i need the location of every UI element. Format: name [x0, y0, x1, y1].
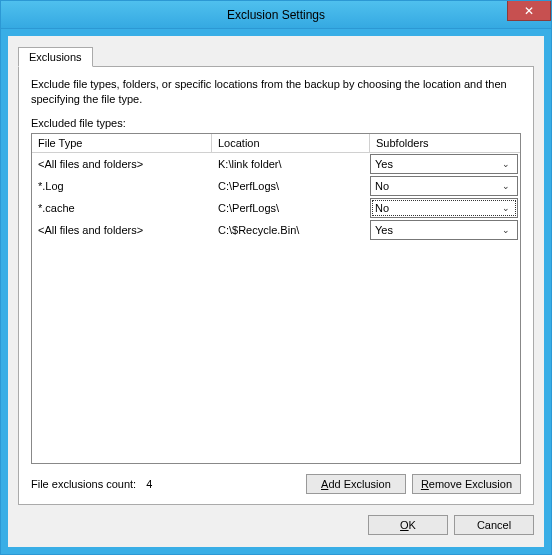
column-header-filetype[interactable]: File Type [32, 134, 212, 153]
titlebar: Exclusion Settings ✕ [1, 1, 551, 29]
cell-location[interactable]: C:\PerfLogs\ [212, 175, 370, 197]
chevron-down-icon: ⌄ [499, 203, 513, 213]
subfolders-select[interactable]: Yes⌄ [370, 220, 518, 240]
panel-footer: File exclusions count: 4 Add Exclusion R… [31, 474, 521, 494]
exclusion-count-value: 4 [146, 478, 152, 490]
column-header-location[interactable]: Location [212, 134, 370, 153]
cell-subfolders: No⌄ [370, 197, 520, 219]
chevron-down-icon: ⌄ [499, 181, 513, 191]
table-row[interactable]: <All files and folders>C:\$Recycle.Bin\Y… [32, 219, 520, 241]
subfolders-value: No [375, 202, 389, 214]
content-area: Exclusions Exclude file types, folders, … [8, 36, 544, 547]
window-client-area: Exclusions Exclude file types, folders, … [1, 29, 551, 554]
dialog-button-row: OK Cancel [18, 505, 534, 537]
grid-header: File Type Location Subfolders [32, 134, 520, 153]
remove-exclusion-button[interactable]: Remove Exclusion [412, 474, 521, 494]
subfolders-value: Yes [375, 158, 393, 170]
cell-location[interactable]: C:\$Recycle.Bin\ [212, 219, 370, 241]
cell-filetype[interactable]: *.cache [32, 197, 212, 219]
cell-filetype[interactable]: <All files and folders> [32, 219, 212, 241]
description-text: Exclude file types, folders, or specific… [31, 77, 521, 107]
column-header-subfolders[interactable]: Subfolders [370, 134, 520, 153]
cell-subfolders: Yes⌄ [370, 153, 520, 175]
subfolders-value: Yes [375, 224, 393, 236]
close-button[interactable]: ✕ [507, 1, 551, 21]
cell-location[interactable]: C:\PerfLogs\ [212, 197, 370, 219]
tabstrip: Exclusions [18, 47, 534, 67]
exclusion-count-label: File exclusions count: [31, 478, 136, 490]
table-row[interactable]: <All files and folders>K:\link folder\Ye… [32, 153, 520, 175]
cell-subfolders: Yes⌄ [370, 219, 520, 241]
chevron-down-icon: ⌄ [499, 159, 513, 169]
excluded-list-label: Excluded file types: [31, 117, 521, 129]
close-icon: ✕ [524, 4, 534, 18]
subfolders-select[interactable]: No⌄ [370, 176, 518, 196]
tab-exclusions[interactable]: Exclusions [18, 47, 93, 67]
ok-button[interactable]: OK [368, 515, 448, 535]
table-row[interactable]: *.LogC:\PerfLogs\No⌄ [32, 175, 520, 197]
cell-location[interactable]: K:\link folder\ [212, 153, 370, 175]
subfolders-value: No [375, 180, 389, 192]
exclusion-settings-window: Exclusion Settings ✕ Exclusions Exclude … [0, 0, 552, 555]
chevron-down-icon: ⌄ [499, 225, 513, 235]
cell-subfolders: No⌄ [370, 175, 520, 197]
subfolders-select[interactable]: No⌄ [370, 198, 518, 218]
add-exclusion-button[interactable]: Add Exclusion [306, 474, 406, 494]
table-row[interactable]: *.cacheC:\PerfLogs\No⌄ [32, 197, 520, 219]
cell-filetype[interactable]: *.Log [32, 175, 212, 197]
exclusions-grid: File Type Location Subfolders <All files… [31, 133, 521, 464]
window-title: Exclusion Settings [1, 8, 551, 22]
grid-body: <All files and folders>K:\link folder\Ye… [32, 153, 520, 463]
cancel-button[interactable]: Cancel [454, 515, 534, 535]
tab-panel-exclusions: Exclude file types, folders, or specific… [18, 66, 534, 505]
cell-filetype[interactable]: <All files and folders> [32, 153, 212, 175]
subfolders-select[interactable]: Yes⌄ [370, 154, 518, 174]
